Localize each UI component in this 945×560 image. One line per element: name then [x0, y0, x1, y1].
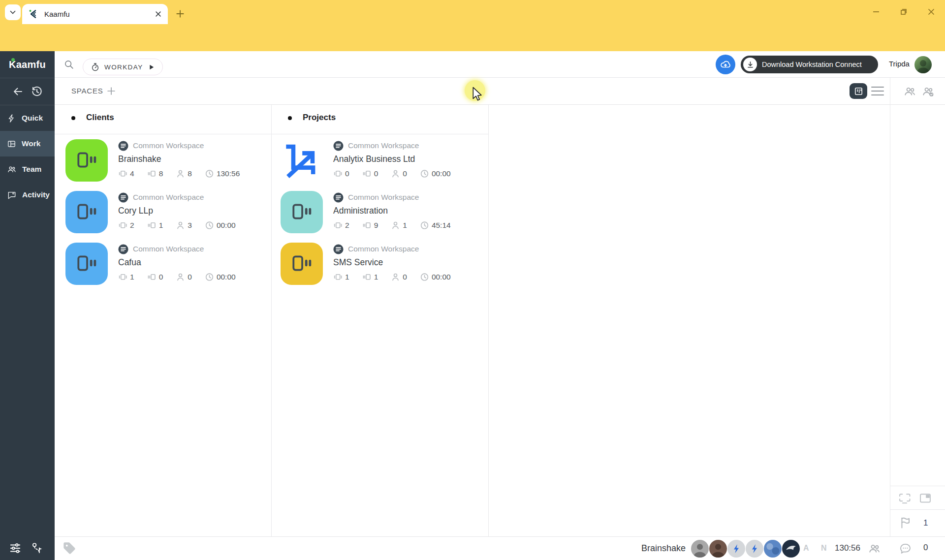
members-stat: 0 — [176, 272, 192, 281]
boards-icon — [118, 169, 127, 178]
sidebar-item-work[interactable]: Work — [0, 131, 55, 156]
session-members-button[interactable] — [868, 542, 881, 555]
window-restore-button[interactable] — [897, 5, 911, 19]
members-stat: 8 — [176, 169, 192, 178]
history-button[interactable] — [31, 85, 43, 98]
chevron-down-icon — [8, 8, 17, 17]
play-icon[interactable] — [148, 63, 155, 71]
lightning-logo-icon — [730, 543, 742, 555]
avatar[interactable] — [764, 540, 782, 558]
screen-share-button[interactable] — [898, 492, 912, 505]
tab-search-chevron-button[interactable] — [5, 4, 21, 20]
workspace-badge-icon — [118, 141, 128, 151]
space-card-administration[interactable]: Common Workspace Administration 2 9 1 45… — [281, 191, 451, 233]
member-icon — [391, 272, 400, 281]
user-name-label: Tripda — [889, 60, 910, 68]
column-divider — [488, 105, 489, 536]
boards-stat: 2 — [118, 220, 134, 230]
new-tab-button[interactable] — [173, 7, 187, 21]
boards-stat: 1 — [333, 272, 349, 281]
flag-button[interactable] — [899, 516, 913, 529]
window-close-icon — [927, 8, 935, 16]
window-close-button[interactable] — [924, 5, 938, 19]
space-title: SMS Service — [333, 257, 451, 268]
filters-button[interactable] — [9, 542, 22, 555]
avatar-bird-logo[interactable] — [782, 540, 800, 558]
column-header-clients: Clients — [86, 113, 114, 123]
members-approved-button[interactable] — [922, 85, 935, 98]
column-bullet — [288, 116, 292, 120]
lightning-logo-icon — [749, 543, 760, 555]
space-card-cory-llp[interactable]: Common Workspace Cory LLp 2 1 3 00:00 — [65, 191, 240, 233]
member-icon — [391, 169, 400, 178]
history-clock-icon — [31, 85, 43, 98]
journey-button[interactable] — [31, 542, 43, 555]
boards-stat: 1 — [118, 272, 134, 281]
space-logo-tile — [281, 139, 323, 182]
plus-icon — [175, 9, 185, 19]
browser-tab-kaamfu[interactable]: Kaamfu — [22, 4, 168, 24]
tasks-icon — [147, 169, 157, 178]
tasks-stat: 1 — [147, 220, 163, 230]
time-stat: 00:00 — [205, 220, 236, 230]
chat-button[interactable] — [899, 542, 912, 556]
time-stat: 00:00 — [420, 169, 451, 178]
tasks-stat: 9 — [362, 220, 378, 230]
members-stat: 1 — [391, 220, 407, 230]
sidebar-item-team[interactable]: Team — [0, 156, 55, 182]
time-stat: 00:00 — [205, 272, 236, 281]
sidebar-item-activity[interactable]: Activity — [0, 182, 55, 208]
browser-toolbar: app.kaamfu.io — [0, 24, 945, 51]
column-header-divider — [55, 134, 488, 134]
tags-button[interactable] — [63, 541, 76, 555]
workday-timer-button[interactable]: WORKDAY — [83, 59, 163, 75]
board-tile-icon — [75, 201, 98, 223]
add-space-button[interactable] — [106, 86, 117, 96]
boards-stat: 2 — [333, 220, 349, 230]
clock-icon — [420, 220, 429, 230]
members-stat: 0 — [391, 272, 407, 281]
tasks-icon — [147, 272, 157, 281]
tasks-stat: 0 — [147, 272, 163, 281]
kanban-view-button[interactable] — [850, 83, 867, 99]
column-header-projects: Projects — [303, 113, 336, 123]
workspace-label: Common Workspace — [348, 245, 419, 253]
person-silhouette — [709, 540, 727, 558]
space-card-cafua[interactable]: Common Workspace Cafua 1 0 0 00:00 — [65, 243, 240, 285]
board-tile-icon — [290, 252, 313, 275]
rail-divider — [890, 486, 945, 486]
clock-icon — [205, 169, 214, 178]
window-capture-button[interactable] — [918, 492, 932, 505]
tag-icon — [63, 541, 76, 555]
time-stat: 45:14 — [420, 220, 451, 230]
avatar-lightning-logo[interactable] — [746, 540, 763, 558]
avatar[interactable] — [709, 540, 727, 558]
time-stat: 00:00 — [420, 272, 451, 281]
download-workstation-button[interactable]: Download Workstation Connect — [741, 56, 878, 73]
avatar[interactable] — [691, 540, 709, 558]
space-card-sms-service[interactable]: Common Workspace SMS Service 1 1 0 00:00 — [281, 243, 451, 285]
space-card-brainshake[interactable]: Common Workspace Brainshake 4 8 8 130:56 — [65, 139, 240, 182]
flag-icon — [899, 516, 913, 529]
workspace-label: Common Workspace — [348, 141, 419, 150]
members-button[interactable] — [904, 85, 916, 98]
indicator-a: A — [803, 544, 809, 553]
close-tab-icon[interactable] — [155, 10, 162, 18]
user-avatar[interactable] — [914, 56, 932, 73]
browser-tabstrip: Kaamfu — [0, 0, 945, 24]
list-view-button[interactable] — [871, 86, 884, 96]
photo-collage — [764, 540, 782, 558]
avatar-lightning-logo[interactable] — [727, 540, 745, 558]
clients-card-list: Common Workspace Brainshake 4 8 8 130:56… — [65, 139, 240, 285]
board-tile-icon — [75, 252, 98, 275]
search-button[interactable] — [63, 59, 74, 70]
stopwatch-icon — [91, 62, 100, 72]
boards-icon — [118, 220, 127, 230]
sidebar-item-quick[interactable]: Quick — [0, 105, 55, 131]
window-minimize-button[interactable] — [869, 5, 883, 19]
space-title: Brainshake — [118, 154, 240, 164]
cloud-sync-button[interactable] — [716, 55, 735, 74]
collapse-sidebar-button[interactable] — [12, 86, 24, 97]
space-card-analytix[interactable]: Common Workspace Analytix Business Ltd 0… — [281, 139, 451, 182]
member-icon — [176, 272, 185, 281]
